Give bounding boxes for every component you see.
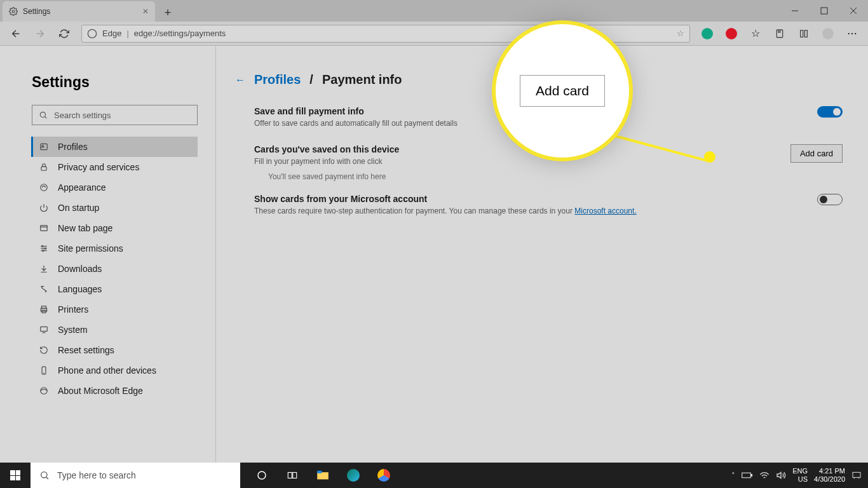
svg-rect-38 bbox=[853, 472, 860, 477]
profile-avatar[interactable] bbox=[817, 23, 839, 44]
search-settings-input[interactable]: Search settings bbox=[32, 105, 198, 125]
address-label: Edge bbox=[102, 29, 121, 38]
forward-button[interactable] bbox=[29, 23, 51, 44]
tray-clock[interactable]: 4:21 PM 4/30/2020 bbox=[814, 467, 845, 484]
microsoft-account-link[interactable]: Microsoft account. bbox=[574, 207, 636, 215]
sidebar-item-profiles[interactable]: Profiles bbox=[31, 137, 198, 157]
sidebar-item-downloads[interactable]: Downloads bbox=[31, 259, 198, 279]
chrome-taskbar-icon[interactable] bbox=[369, 463, 399, 488]
system-icon bbox=[39, 325, 49, 334]
sidebar-item-label: On startup bbox=[58, 203, 99, 213]
sidebar-item-label: New tab page bbox=[58, 223, 112, 233]
favorite-star-icon[interactable]: ☆ bbox=[677, 29, 684, 38]
edge-taskbar-icon[interactable] bbox=[338, 463, 369, 488]
taskview-icon[interactable] bbox=[277, 463, 308, 488]
annotation-spotlight: Add card bbox=[496, 24, 629, 158]
extension-opera-icon[interactable] bbox=[721, 23, 742, 44]
ms-cards-toggle[interactable] bbox=[817, 194, 843, 205]
tab-title: Settings bbox=[23, 7, 50, 16]
maximize-button[interactable] bbox=[810, 0, 839, 22]
svg-point-18 bbox=[42, 245, 43, 247]
sidebar-item-onstartup[interactable]: On startup bbox=[31, 198, 198, 218]
volume-icon[interactable] bbox=[776, 471, 786, 480]
sidebar-item-appearance[interactable]: Appearance bbox=[31, 177, 198, 198]
sidebar-item-label: About Microsoft Edge bbox=[58, 386, 143, 396]
breadcrumb-sep: / bbox=[309, 72, 313, 87]
svg-rect-11 bbox=[41, 166, 46, 170]
extension-grammarly-icon[interactable] bbox=[696, 23, 718, 44]
refresh-button[interactable] bbox=[53, 23, 75, 44]
cortana-icon[interactable] bbox=[247, 463, 277, 488]
settings-sidebar: Settings Search settings Profiles Privac… bbox=[0, 46, 216, 463]
battery-icon[interactable] bbox=[742, 471, 753, 479]
breadcrumb-profiles-link[interactable]: Profiles bbox=[254, 72, 301, 87]
ms-cards-desc: These cards require two-step authenticat… bbox=[254, 207, 804, 215]
sidebar-item-label: Languages bbox=[58, 284, 102, 294]
sidebar-item-newtab[interactable]: New tab page bbox=[31, 218, 198, 238]
windows-taskbar: Type here to search ˄ ENG US 4:21 PM 4/3… bbox=[0, 463, 868, 488]
saved-cards-title: Cards you've saved on this device bbox=[254, 144, 778, 154]
saved-cards-empty: You'll see saved payment info here bbox=[268, 172, 843, 181]
minimize-button[interactable] bbox=[780, 0, 810, 22]
browser-tab[interactable]: Settings ✕ bbox=[3, 1, 155, 22]
back-button[interactable] bbox=[5, 23, 27, 44]
close-window-button[interactable] bbox=[839, 0, 868, 22]
annotation-callout-dot bbox=[704, 151, 715, 163]
sidebar-item-label: Downloads bbox=[58, 264, 102, 274]
tray-lang[interactable]: ENG US bbox=[792, 467, 808, 484]
svg-line-30 bbox=[46, 477, 48, 479]
svg-line-8 bbox=[44, 116, 46, 118]
taskbar-search-placeholder: Type here to search bbox=[57, 470, 136, 480]
svg-rect-24 bbox=[41, 327, 48, 331]
taskbar-search[interactable]: Type here to search bbox=[31, 463, 240, 488]
sidebar-item-printers[interactable]: Printers bbox=[31, 299, 198, 320]
svg-point-7 bbox=[40, 112, 45, 117]
svg-rect-33 bbox=[293, 473, 297, 478]
sidebar-item-site-permissions[interactable]: Site permissions bbox=[31, 238, 198, 259]
wifi-icon[interactable] bbox=[759, 471, 770, 480]
sidebar-item-label: Site permissions bbox=[58, 243, 123, 254]
sidebar-item-label: Phone and other devices bbox=[58, 365, 156, 376]
sidebar-item-privacy[interactable]: Privacy and services bbox=[31, 157, 198, 177]
phone-icon bbox=[39, 366, 49, 375]
power-icon bbox=[39, 203, 49, 212]
sidebar-item-about[interactable]: About Microsoft Edge bbox=[31, 381, 198, 401]
save-fill-toggle[interactable] bbox=[817, 106, 843, 118]
sidebar-item-label: Reset settings bbox=[58, 345, 114, 355]
newtab-icon bbox=[39, 224, 49, 233]
sidebar-item-label: Appearance bbox=[58, 182, 106, 193]
sidebar-item-phone[interactable]: Phone and other devices bbox=[31, 360, 198, 381]
page-title: Payment info bbox=[322, 72, 402, 87]
svg-point-28 bbox=[41, 388, 48, 395]
settings-heading: Settings bbox=[32, 74, 198, 91]
collections-icon[interactable] bbox=[769, 23, 790, 44]
sidebar-item-label: Printers bbox=[58, 304, 88, 315]
sidebar-item-label: System bbox=[58, 325, 88, 335]
notifications-icon[interactable] bbox=[851, 471, 862, 480]
sidebar-item-languages[interactable]: Languages bbox=[31, 279, 198, 299]
svg-rect-13 bbox=[41, 226, 48, 231]
favorites-icon[interactable]: ☆ bbox=[745, 23, 766, 44]
add-card-button[interactable]: Add card bbox=[790, 144, 843, 163]
svg-point-19 bbox=[44, 248, 46, 249]
search-placeholder: Search settings bbox=[54, 111, 111, 120]
tray-chevron-icon[interactable]: ˄ bbox=[731, 471, 735, 480]
new-tab-button[interactable]: + bbox=[159, 4, 177, 22]
svg-point-0 bbox=[12, 10, 15, 13]
close-icon[interactable]: ✕ bbox=[142, 7, 149, 16]
profile-icon bbox=[39, 142, 49, 151]
language-icon bbox=[39, 285, 49, 294]
svg-rect-36 bbox=[742, 473, 751, 478]
permissions-icon bbox=[39, 244, 49, 253]
sidebar-item-system[interactable]: System bbox=[31, 320, 198, 340]
start-button[interactable] bbox=[0, 463, 31, 488]
menu-button[interactable]: ⋯ bbox=[841, 23, 863, 44]
reading-icon[interactable] bbox=[793, 23, 815, 44]
reset-icon bbox=[39, 346, 49, 355]
svg-rect-37 bbox=[751, 475, 752, 477]
back-arrow-icon[interactable]: ← bbox=[235, 74, 245, 86]
edge-icon bbox=[87, 29, 97, 39]
file-explorer-icon[interactable] bbox=[308, 463, 338, 488]
sidebar-item-reset[interactable]: Reset settings bbox=[31, 340, 198, 360]
ms-cards-title: Show cards from your Microsoft account bbox=[254, 194, 804, 204]
